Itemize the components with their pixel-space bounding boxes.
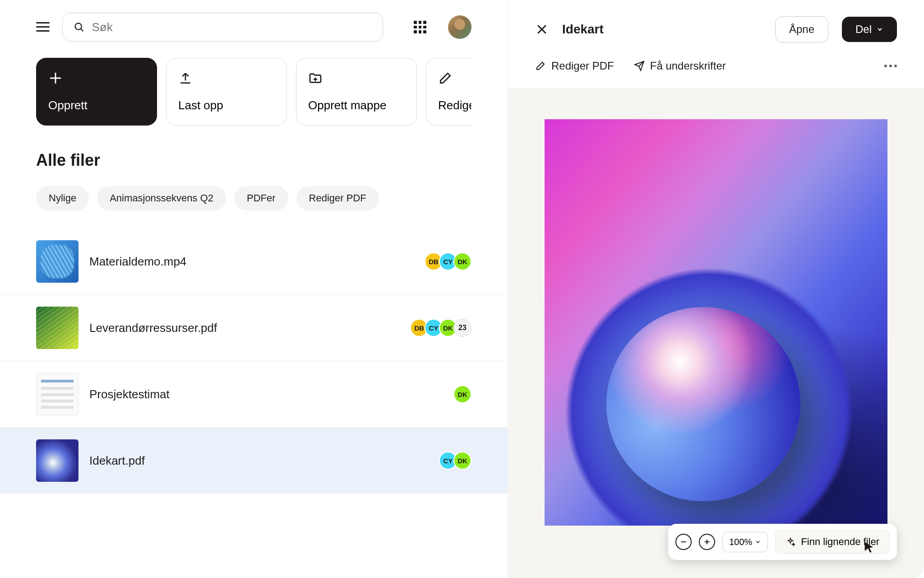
get-signatures-action[interactable]: Få underskrifter [634, 60, 726, 72]
detail-header: Idekart Åpne Del [508, 0, 924, 51]
get-signatures-label: Få underskrifter [650, 60, 726, 72]
folder-plus-icon [308, 71, 323, 85]
pencil-icon [438, 71, 453, 85]
chip-edit-pdf[interactable]: Rediger PDF [296, 186, 379, 210]
share-button[interactable]: Del [842, 17, 897, 42]
create-button[interactable]: Opprett [36, 58, 157, 126]
svg-line-1 [81, 29, 83, 31]
chip-animation[interactable]: Animasjonssekvens Q2 [97, 186, 226, 210]
minus-icon [680, 538, 687, 545]
share-badges: DB CY DK [425, 252, 471, 270]
search-input[interactable] [92, 20, 372, 34]
app-root: Opprett Last opp Opprett mappe Rediger P… [0, 0, 924, 578]
share-badge-count[interactable]: 23 [453, 319, 471, 337]
svg-point-0 [75, 23, 82, 29]
send-icon [634, 61, 645, 71]
file-row-selected[interactable]: Idekart.pdf CY DK [0, 428, 508, 494]
share-badge[interactable]: DK [453, 252, 471, 270]
share-badges: DK [453, 385, 471, 403]
search-icon [74, 21, 84, 33]
share-label: Del [855, 23, 872, 36]
zoom-select[interactable]: 100% [722, 532, 768, 552]
preview-area: 100% Finn lignende filer [508, 88, 924, 578]
more-icon[interactable] [884, 65, 897, 67]
detail-actions: Rediger PDF Få underskrifter [508, 51, 924, 88]
file-thumbnail [36, 307, 79, 349]
actions-row: Opprett Last opp Opprett mappe Rediger P… [36, 58, 471, 126]
plus-icon [48, 71, 63, 85]
upload-button[interactable]: Last opp [166, 58, 287, 126]
search-box[interactable] [62, 13, 383, 42]
avatar[interactable] [448, 15, 471, 39]
zoom-out-button[interactable] [675, 534, 692, 550]
detail-title: Idekart [562, 22, 762, 37]
zoom-value: 100% [729, 537, 752, 547]
pencil-icon [535, 61, 546, 71]
file-list: Materialdemo.mp4 DB CY DK Leverandørress… [0, 228, 508, 494]
apps-grid-icon[interactable] [414, 21, 426, 33]
file-row[interactable]: Prosjektestimat DK [0, 361, 508, 428]
open-button[interactable]: Åpne [775, 16, 828, 42]
edit-pdf-action[interactable]: Rediger PDF [535, 60, 614, 72]
file-thumbnail [36, 439, 79, 482]
chevron-down-icon [755, 539, 761, 545]
chevron-down-icon [876, 26, 883, 33]
close-icon[interactable] [535, 23, 549, 36]
file-thumbnail [36, 240, 79, 283]
cursor-icon [863, 541, 875, 554]
edit-pdf-button[interactable]: Rediger PDF [426, 58, 471, 126]
preview-toolbar: 100% Finn lignende filer [668, 524, 897, 560]
chip-pdfs[interactable]: PDFer [234, 186, 288, 210]
file-name: Materialdemo.mp4 [89, 255, 414, 269]
share-badges: CY DK [439, 452, 471, 470]
file-thumbnail [36, 373, 79, 415]
file-row[interactable]: Leverandørressurser.pdf DB CY DK 23 [0, 295, 508, 361]
file-name: Idekart.pdf [89, 454, 428, 468]
open-label: Åpne [789, 23, 814, 36]
preview-image [545, 119, 887, 526]
edit-pdf-action-label: Rediger PDF [551, 60, 614, 72]
create-label: Opprett [48, 98, 145, 112]
plus-icon [703, 538, 711, 545]
chip-recent[interactable]: Nylige [36, 186, 89, 210]
create-folder-button[interactable]: Opprett mappe [296, 58, 417, 126]
section-title: Alle filer [36, 151, 471, 170]
top-bar [36, 13, 471, 42]
zoom-in-button[interactable] [699, 534, 715, 550]
share-badges: DB CY DK 23 [410, 319, 471, 337]
upload-label: Last opp [178, 98, 275, 112]
file-name: Prosjektestimat [89, 387, 443, 401]
share-badge[interactable]: DK [453, 452, 471, 470]
share-badge[interactable]: DK [453, 385, 471, 403]
menu-icon[interactable] [36, 22, 50, 32]
file-name: Leverandørressurser.pdf [89, 321, 399, 335]
file-row[interactable]: Materialdemo.mp4 DB CY DK [0, 228, 508, 295]
filter-chips: Nylige Animasjonssekvens Q2 PDFer Redige… [36, 186, 471, 210]
left-panel: Opprett Last opp Opprett mappe Rediger P… [0, 0, 508, 578]
detail-panel: Idekart Åpne Del Rediger PDF Få underskr… [508, 0, 924, 578]
create-folder-label: Opprett mappe [308, 98, 405, 112]
sparkle-icon [785, 537, 795, 547]
edit-pdf-label: Rediger PDF [438, 98, 471, 112]
upload-icon [178, 71, 193, 85]
